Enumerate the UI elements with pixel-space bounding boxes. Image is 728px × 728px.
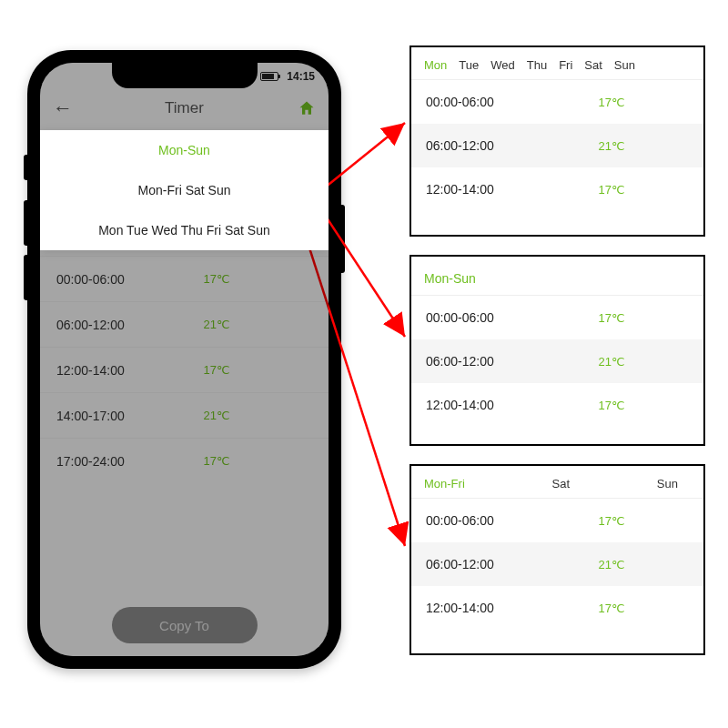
option-each-day[interactable]: Mon Tue Wed Thu Fri Sat Sun xyxy=(40,210,329,250)
phone-side-button xyxy=(24,255,27,300)
panel-slot[interactable]: 00:00-06:00 17℃ xyxy=(411,296,703,339)
tab-fri[interactable]: Fri xyxy=(559,58,572,72)
tab-thu[interactable]: Thu xyxy=(527,58,547,72)
phone-side-button xyxy=(24,155,27,180)
slot-time: 12:00-14:00 xyxy=(56,363,125,378)
bottom-action-bar: Copy To xyxy=(40,607,329,643)
slot-temp: 21℃ xyxy=(599,139,625,153)
panel-slot[interactable]: 12:00-14:00 17℃ xyxy=(411,586,703,630)
option-label: Mon Tue Wed Thu Fri Sat Sun xyxy=(98,223,270,238)
timer-slot[interactable]: 06:00-12:00 21℃ xyxy=(40,301,329,347)
slot-temp: 17℃ xyxy=(599,311,625,325)
tab-sat[interactable]: Sat xyxy=(584,58,602,72)
slot-temp: 17℃ xyxy=(599,399,625,412)
slot-temp: 17℃ xyxy=(204,454,230,468)
slot-time: 06:00-12:00 xyxy=(426,138,494,153)
slot-time: 06:00-12:00 xyxy=(56,318,125,332)
battery-icon xyxy=(260,72,278,81)
slot-time: 12:00-14:00 xyxy=(426,398,494,412)
timer-slot[interactable]: 00:00-06:00 17℃ xyxy=(40,256,329,301)
phone-side-button xyxy=(24,200,27,246)
panel-slot[interactable]: 12:00-14:00 17℃ xyxy=(411,167,703,211)
phone-frame: 14:15 ← Timer Mon-Sun Mon-Fri Sat Sun Mo… xyxy=(27,50,341,669)
preview-panel-mon-sun: Mon-Sun 00:00-06:00 17℃ 06:00-12:00 21℃ … xyxy=(410,255,705,446)
tab-tue[interactable]: Tue xyxy=(459,58,479,72)
tab-sun[interactable]: Sun xyxy=(614,58,635,72)
option-label: Mon-Sun xyxy=(158,143,210,157)
slot-time: 00:00-06:00 xyxy=(426,310,494,325)
timer-slot[interactable]: 17:00-24:00 17℃ xyxy=(40,438,329,483)
slot-time: 12:00-14:00 xyxy=(426,601,494,615)
slot-temp: 17℃ xyxy=(204,363,230,377)
phone-notch xyxy=(112,63,258,88)
home-icon[interactable] xyxy=(298,99,316,117)
slot-temp: 17℃ xyxy=(599,514,625,528)
slot-time: 12:00-14:00 xyxy=(426,182,494,197)
app-header: ← Timer xyxy=(40,90,329,126)
slot-time: 00:00-06:00 xyxy=(56,272,125,287)
page-title: Timer xyxy=(40,99,329,117)
panel-slot[interactable]: 06:00-12:00 21℃ xyxy=(411,542,703,586)
tab-monfri[interactable]: Mon-Fri xyxy=(424,477,465,490)
slot-temp: 17℃ xyxy=(599,602,625,615)
status-time: 14:15 xyxy=(287,70,315,83)
phone-side-button xyxy=(341,205,345,273)
option-mon-sun[interactable]: Mon-Sun xyxy=(40,130,329,170)
panel-slot[interactable]: 06:00-12:00 21℃ xyxy=(411,339,703,383)
slot-temp: 21℃ xyxy=(204,409,230,422)
slot-time: 00:00-06:00 xyxy=(426,513,494,528)
slot-temp: 17℃ xyxy=(599,183,625,197)
tab-sun[interactable]: Sun xyxy=(657,477,678,490)
tab-mon[interactable]: Mon xyxy=(424,58,447,72)
slot-temp: 17℃ xyxy=(599,96,625,109)
slot-time: 00:00-06:00 xyxy=(426,95,494,109)
slot-time: 06:00-12:00 xyxy=(426,557,494,571)
slot-time: 17:00-24:00 xyxy=(56,454,125,469)
panel-slot[interactable]: 00:00-06:00 17℃ xyxy=(411,499,703,542)
copy-to-button[interactable]: Copy To xyxy=(112,607,258,643)
tab-sat[interactable]: Sat xyxy=(552,477,571,490)
phone-screen: 14:15 ← Timer Mon-Sun Mon-Fri Sat Sun Mo… xyxy=(40,63,329,656)
option-mon-fri-sat-sun[interactable]: Mon-Fri Sat Sun xyxy=(40,170,329,210)
slot-temp: 21℃ xyxy=(204,318,230,331)
schedule-mode-picker: Mon-Sun Mon-Fri Sat Sun Mon Tue Wed Thu … xyxy=(40,130,329,250)
slot-temp: 17℃ xyxy=(204,272,230,286)
back-icon[interactable]: ← xyxy=(53,96,73,120)
preview-panel-each-day: Mon Tue Wed Thu Fri Sat Sun 00:00-06:00 … xyxy=(410,46,705,237)
day-tabs: Mon-Fri Sat Sun xyxy=(411,471,703,499)
slot-temp: 21℃ xyxy=(599,558,625,571)
panel-slot[interactable]: 06:00-12:00 21℃ xyxy=(411,124,703,167)
timer-slot-list: 00:00-06:00 17℃ 06:00-12:00 21℃ 12:00-14… xyxy=(40,256,329,483)
panel-slot[interactable]: 00:00-06:00 17℃ xyxy=(411,80,703,124)
option-label: Mon-Fri Sat Sun xyxy=(138,183,231,197)
timer-slot[interactable]: 12:00-14:00 17℃ xyxy=(40,347,329,392)
tab-wed[interactable]: Wed xyxy=(490,58,515,72)
day-tabs: Mon Tue Wed Thu Fri Sat Sun xyxy=(411,53,703,80)
panel-header[interactable]: Mon-Sun xyxy=(411,262,703,296)
panel-slot[interactable]: 12:00-14:00 17℃ xyxy=(411,383,703,427)
slot-time: 06:00-12:00 xyxy=(426,354,494,369)
preview-panel-monfri-sat-sun: Mon-Fri Sat Sun 00:00-06:00 17℃ 06:00-12… xyxy=(410,464,705,655)
slot-time: 14:00-17:00 xyxy=(56,409,125,423)
slot-temp: 21℃ xyxy=(599,355,625,369)
timer-slot[interactable]: 14:00-17:00 21℃ xyxy=(40,392,329,438)
